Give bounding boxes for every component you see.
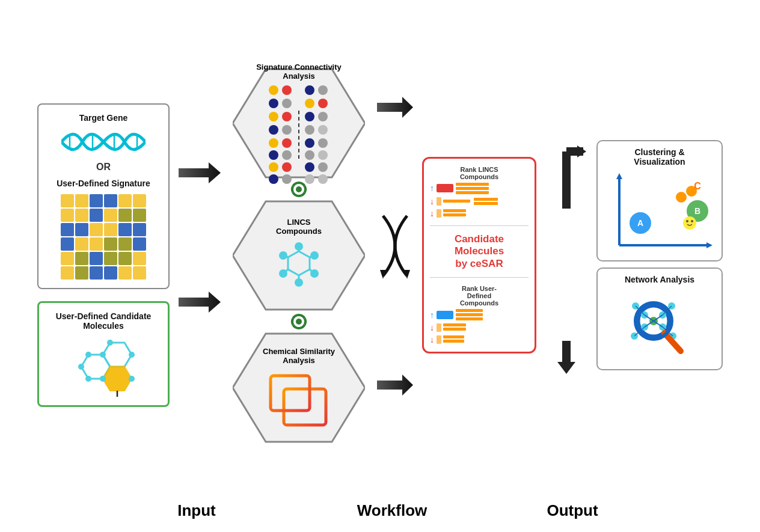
candidate-box: Rank LINCSCompounds ↑ ↓ (422, 157, 536, 353)
curved-arrows-center (377, 210, 413, 282)
heatmap-cell (75, 194, 88, 207)
heatmap-cell (75, 266, 88, 280)
dot (282, 138, 292, 148)
rank-lincs-row3: ↓ (430, 209, 529, 218)
svg-point-11 (85, 352, 91, 358)
heatmap (61, 194, 146, 280)
heatmap-cell (75, 223, 88, 236)
rank-bar-red (437, 184, 453, 192)
heatmap-cell (61, 252, 74, 265)
arrow-to-network (554, 341, 578, 377)
rank-user-up: ↑ (430, 310, 434, 320)
dot (269, 162, 278, 172)
dots-container (269, 85, 329, 184)
svg-point-10 (78, 364, 84, 370)
svg-point-14 (85, 376, 91, 382)
heatmap-cell (133, 223, 146, 236)
dot (318, 112, 328, 121)
dot (318, 162, 328, 172)
arrow-bottom (179, 292, 221, 313)
heatmap-cell (90, 194, 103, 207)
output-section-label: Output (547, 501, 598, 519)
lincs-label: LINCSCompounds (276, 218, 322, 236)
svg-marker-8 (103, 343, 132, 367)
svg-marker-24 (288, 251, 310, 275)
rank-user-defined-section: Rank User-DefinedCompounds ↑ ↓ (430, 285, 529, 344)
divider1 (430, 225, 529, 226)
svg-point-13 (107, 340, 113, 346)
dot (282, 85, 292, 95)
dot (282, 174, 292, 184)
svg-marker-20 (179, 292, 221, 313)
heatmap-cell (118, 194, 132, 207)
lincs-molecule-icon (269, 239, 329, 293)
heatmap-cell (133, 252, 146, 265)
gear-bottom (290, 313, 308, 331)
svg-marker-49 (557, 362, 575, 374)
heatmap-cell (118, 223, 132, 236)
chemical-sim-label: Chemical SimilarityAnalysis (263, 347, 335, 365)
input-box-top: Target Gene OR User-Defined Signatur (37, 103, 170, 289)
dot (305, 162, 314, 172)
dots-right (305, 85, 329, 184)
curved-arrows-area (377, 51, 413, 442)
dot (318, 99, 328, 108)
heatmap-cell (90, 223, 103, 236)
dot (269, 150, 278, 160)
heatmap-cell (61, 194, 74, 207)
heatmap-cell (104, 237, 117, 251)
heatmap-cell (133, 194, 146, 207)
rank-user-down2: ↓ (430, 335, 434, 344)
heatmap-cell (61, 237, 74, 251)
svg-marker-53 (616, 173, 622, 179)
bent-arrow-to-clustering (547, 133, 586, 212)
rank-lincs-row2: ↓ (430, 197, 529, 206)
arrow-wf-out-bottom (377, 375, 413, 396)
rank-user-row1: ↑ (430, 309, 529, 320)
svg-point-15 (100, 376, 106, 382)
heatmap-cell (118, 237, 132, 251)
or-label: OR (96, 162, 111, 173)
heatmap-cell (90, 252, 103, 265)
heatmap-cell (104, 266, 117, 280)
svg-point-22 (296, 186, 302, 192)
rank-lincs-row1: ↑ (430, 183, 529, 194)
heatmap-cell (61, 223, 74, 236)
heatmap-cell (90, 237, 103, 251)
input-box-bottom: User-Defined CandidateMolecules (37, 301, 170, 407)
svg-point-16 (129, 352, 135, 358)
hex-chemical: Chemical SimilarityAnalysis (233, 331, 365, 445)
clustering-panel: Clustering &Visualization A (596, 140, 723, 261)
dot (305, 99, 314, 108)
heatmap-cell (133, 266, 146, 280)
input-section-label: Input (177, 501, 216, 519)
rank-up-arrow: ↑ (430, 183, 434, 193)
heatmap-cell (104, 223, 117, 236)
clustering-title: Clustering &Visualization (634, 147, 685, 167)
network-panel: Network Analysis (596, 268, 723, 370)
svg-text:C: C (694, 181, 701, 191)
dot (282, 112, 292, 121)
svg-marker-41 (377, 97, 413, 118)
dot (269, 125, 278, 135)
output-column: Rank LINCSCompounds ↑ ↓ (419, 157, 539, 353)
dot (282, 162, 292, 172)
svg-point-62 (683, 216, 696, 230)
heatmap-cell (104, 252, 117, 265)
gear-icon-bottom (290, 313, 308, 331)
dot (269, 85, 278, 95)
rank-user-row2: ↓ (430, 323, 529, 332)
input-column: Target Gene OR User-Defined Signatur (34, 103, 173, 407)
heatmap-cell (90, 266, 103, 280)
network-viz (611, 288, 708, 363)
dot (318, 174, 328, 184)
heatmap-cell (90, 209, 103, 222)
hex-lincs: LINCSCompounds (233, 198, 365, 313)
svg-point-57 (676, 192, 687, 203)
svg-text:B: B (694, 206, 700, 216)
dots-left (269, 85, 293, 184)
dot (269, 138, 278, 148)
dot (305, 85, 314, 95)
sig-connectivity-label: Signature ConnectivityAnalysis (256, 63, 342, 81)
heatmap-cell (61, 209, 74, 222)
